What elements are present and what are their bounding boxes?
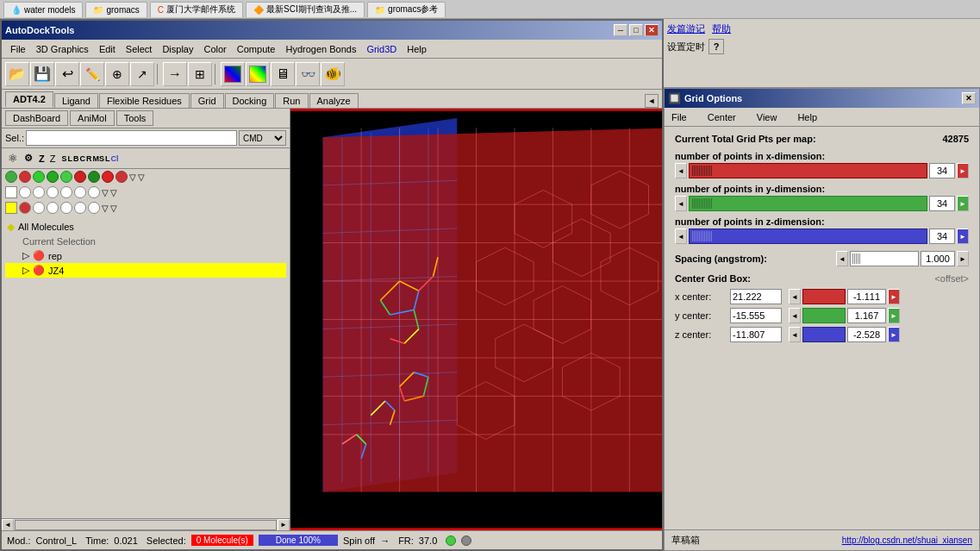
panel-tab-dashboard[interactable]: DashBoard — [5, 110, 68, 126]
browser-tab-sci[interactable]: 🔶 最新SCI期刊查询及推... — [246, 2, 365, 17]
grid-menu-file[interactable]: File — [671, 112, 687, 122]
tool-glasses[interactable]: 👓 — [296, 62, 320, 86]
atom-green5[interactable] — [88, 171, 100, 183]
tool-z[interactable]: Z — [36, 152, 47, 166]
spacing-slider-right[interactable]: ► — [957, 251, 969, 266]
close-button[interactable]: ✕ — [645, 24, 659, 36]
panel-tab-animol[interactable]: AniMol — [70, 110, 115, 126]
sel-input[interactable] — [26, 130, 237, 146]
tool-color2[interactable] — [246, 62, 270, 86]
atom-green2[interactable] — [33, 171, 45, 183]
x-offset-left[interactable]: ◄ — [789, 289, 801, 304]
send-article-label[interactable]: 发篇游记 — [667, 22, 705, 35]
tool-select[interactable]: ↗ — [130, 62, 154, 86]
y-center-input[interactable] — [730, 308, 782, 323]
tool-molecule[interactable]: ⚛ — [5, 150, 21, 166]
tool-display[interactable]: 🖥 — [271, 62, 295, 86]
minimize-button[interactable]: ─ — [614, 24, 627, 36]
cmd-dropdown[interactable]: CMD — [239, 130, 286, 146]
tab-grid[interactable]: Grid — [190, 93, 224, 108]
tool-undo[interactable]: ↩ — [55, 62, 79, 86]
tool-arrow[interactable]: → — [163, 62, 187, 86]
menu-color[interactable]: Color — [199, 42, 232, 56]
scroll-right-button[interactable]: ► — [278, 519, 290, 531]
y-slider-right[interactable]: ► — [957, 196, 969, 211]
tool-bond[interactable]: ⚙ — [22, 151, 35, 166]
atom-green3[interactable] — [47, 171, 59, 183]
panel-tab-tools[interactable]: Tools — [116, 110, 154, 126]
menu-compute[interactable]: Compute — [232, 42, 281, 56]
x-center-input[interactable] — [730, 289, 782, 304]
shape-circle4[interactable] — [60, 186, 72, 198]
x-slider-track[interactable] — [689, 163, 927, 178]
y-offset-left[interactable]: ◄ — [789, 308, 801, 323]
spacing-slider-track[interactable] — [850, 251, 919, 266]
x-offset-right[interactable]: ► — [888, 289, 900, 304]
maximize-button[interactable]: □ — [629, 24, 643, 36]
y-offset-right[interactable]: ► — [888, 308, 900, 323]
browser-tab-gromacs[interactable]: 📁 gromacs — [85, 2, 147, 17]
browser-tab-xiamen[interactable]: C 厦门大学邮件系统 — [150, 2, 243, 17]
rep-item[interactable]: ▷ 🔴 rep — [5, 248, 286, 263]
tool-fish[interactable]: 🐠 — [321, 62, 345, 86]
help-link[interactable]: 帮助 — [712, 22, 731, 35]
tab-run[interactable]: Run — [275, 93, 308, 108]
menu-edit[interactable]: Edit — [94, 42, 121, 56]
shape-sq1[interactable] — [5, 186, 17, 198]
x-slider-right[interactable]: ► — [957, 163, 969, 178]
z-center-input[interactable] — [730, 327, 782, 342]
shape-circle-w1[interactable] — [33, 202, 45, 214]
z-offset-track[interactable] — [802, 327, 846, 342]
tool-crosshair[interactable]: ⊕ — [105, 62, 129, 86]
browser-tab-water[interactable]: 💧 water models — [3, 2, 83, 17]
menu-display[interactable]: Display — [157, 42, 198, 56]
atom-red1[interactable] — [19, 171, 31, 183]
scroll-left-button[interactable]: ◄ — [2, 519, 14, 531]
tool-grid[interactable]: ⊞ — [188, 62, 212, 86]
setting-timer-label[interactable]: 设置定时 — [667, 41, 705, 53]
csdn-link[interactable]: http://blog.csdn.net/shuai_xiansen — [842, 535, 972, 545]
browser-tab-gromacs-ref[interactable]: 📁 gromacs参考 — [367, 2, 446, 17]
tool-pencil[interactable]: ✏️ — [80, 62, 104, 86]
tab-flexible[interactable]: Flexible Residues — [99, 93, 190, 108]
scroll-track[interactable] — [15, 520, 277, 530]
tool-open[interactable]: 📂 — [5, 62, 29, 86]
jz4-item[interactable]: ▷ 🔴 JZ4 — [5, 263, 286, 278]
shape-circle3[interactable] — [47, 186, 59, 198]
x-slider-left[interactable]: ◄ — [675, 163, 687, 178]
x-offset-track[interactable] — [802, 289, 846, 304]
tool-color1[interactable] — [221, 62, 245, 86]
y-slider-track[interactable] — [689, 196, 927, 211]
z-offset-right[interactable]: ► — [888, 327, 900, 342]
panel-toggle-arrow[interactable]: ◄ — [645, 94, 659, 108]
menu-3d-graphics[interactable]: 3D Graphics — [31, 42, 94, 56]
menu-help[interactable]: Help — [402, 42, 432, 56]
grid-menu-view[interactable]: View — [757, 112, 777, 122]
help-button[interactable]: ? — [708, 39, 724, 54]
z-slider-right[interactable]: ► — [957, 229, 969, 244]
grid-menu-help[interactable]: Help — [797, 112, 817, 122]
grid-menu-center[interactable]: Center — [708, 112, 736, 122]
y-offset-track[interactable] — [802, 308, 846, 323]
viewport-3d[interactable] — [290, 109, 662, 530]
shape-circle-w5[interactable] — [88, 202, 100, 214]
tab-ligand[interactable]: Ligand — [54, 93, 98, 108]
shape-circle2[interactable] — [33, 186, 45, 198]
tab-analyze[interactable]: Analyze — [309, 93, 359, 108]
z-offset-left[interactable]: ◄ — [789, 327, 801, 342]
shape-circle6[interactable] — [88, 186, 100, 198]
shape-circle-w4[interactable] — [74, 202, 86, 214]
shape-circle-w3[interactable] — [60, 202, 72, 214]
tab-docking[interactable]: Docking — [225, 93, 275, 108]
shape-circle-red[interactable] — [19, 202, 31, 214]
all-molecules-item[interactable]: ◆ All Molecules — [5, 219, 286, 235]
spacing-slider-left[interactable]: ◄ — [836, 251, 848, 266]
atom-red3[interactable] — [102, 171, 114, 183]
z-slider-track[interactable] — [689, 229, 927, 244]
atom-green4[interactable] — [60, 171, 72, 183]
tool-save[interactable]: 💾 — [30, 62, 54, 86]
y-slider-left[interactable]: ◄ — [675, 196, 687, 211]
menu-hydrogen[interactable]: Hydrogen Bonds — [280, 42, 361, 56]
z-slider-left[interactable]: ◄ — [675, 229, 687, 244]
shape-circle1[interactable] — [19, 186, 31, 198]
